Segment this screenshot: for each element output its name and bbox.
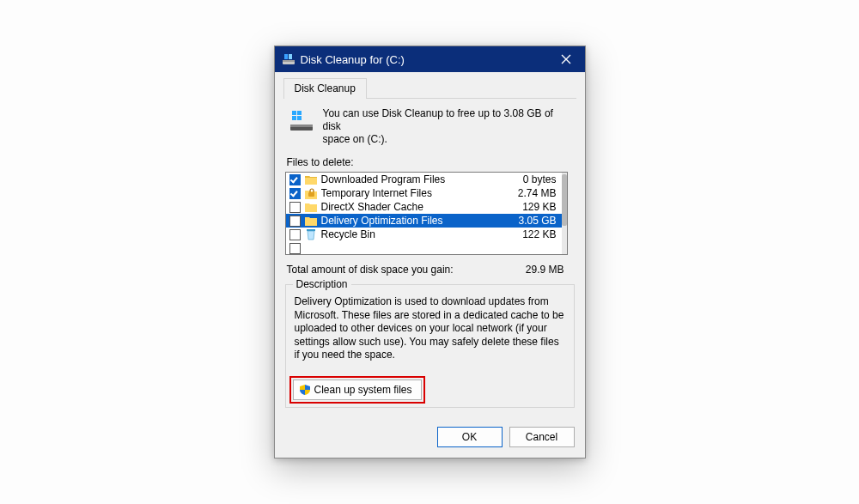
files-to-delete-label: Files to delete:	[283, 155, 576, 170]
list-item[interactable]: Temporary Internet Files 2.74 MB	[286, 186, 562, 200]
checkbox[interactable]	[289, 243, 301, 254]
item-name: Recycle Bin	[321, 228, 520, 240]
total-value: 29.9 MB	[526, 264, 564, 276]
svg-rect-2	[284, 54, 288, 59]
svg-rect-6	[292, 111, 296, 115]
item-name: Temporary Internet Files	[321, 187, 515, 199]
checkbox[interactable]	[289, 174, 301, 185]
svg-rect-10	[308, 192, 314, 197]
cleanup-system-files-button[interactable]: Clean up system files	[293, 380, 422, 400]
scrollbar[interactable]	[562, 173, 567, 254]
description-text: Delivery Optimization is used to downloa…	[295, 295, 565, 362]
sys-button-label: Clean up system files	[314, 384, 412, 396]
summary-text: You can use Disk Cleanup to free up to 3…	[283, 106, 576, 155]
blurb-line1: You can use Disk Cleanup to free up to 3…	[323, 107, 553, 132]
svg-rect-1	[283, 60, 295, 62]
folder-icon	[304, 200, 318, 214]
scroll-thumb[interactable]	[562, 174, 567, 226]
disk-cleanup-dialog: Disk Cleanup for (C:) Disk Cleanup You	[274, 46, 586, 458]
dialog-body: Disk Cleanup You can use Disk Cleanup to…	[275, 72, 585, 418]
item-size: 129 KB	[522, 201, 557, 213]
drive-icon	[287, 107, 316, 146]
svg-rect-5	[290, 124, 313, 127]
item-name: Downloaded Program Files	[321, 173, 520, 185]
folder-icon	[304, 173, 318, 186]
disk-cleanup-icon	[282, 52, 295, 66]
checkbox[interactable]	[289, 188, 301, 199]
total-label: Total amount of disk space you gain:	[287, 264, 526, 276]
recycle-bin-icon	[304, 228, 318, 241]
description-group: Description Delivery Optimization is use…	[285, 284, 575, 408]
checkbox[interactable]	[289, 202, 301, 213]
svg-rect-7	[297, 111, 302, 115]
tab-strip: Disk Cleanup	[283, 77, 576, 99]
item-name: Delivery Optimization Files	[321, 215, 515, 227]
tab-disk-cleanup[interactable]: Disk Cleanup	[283, 78, 367, 99]
dialog-footer: OK Cancel	[275, 418, 585, 458]
folder-icon	[304, 214, 318, 228]
files-list[interactable]: Downloaded Program Files 0 bytes Tempora…	[285, 172, 568, 255]
svg-rect-11	[307, 229, 315, 231]
item-size: 2.74 MB	[518, 187, 558, 199]
group-title: Description	[293, 278, 351, 290]
checkbox[interactable]	[289, 229, 301, 240]
item-size: 0 bytes	[523, 173, 558, 185]
list-item[interactable]: Downloaded Program Files 0 bytes	[286, 173, 562, 186]
list-item[interactable]: DirectX Shader Cache 129 KB	[286, 200, 562, 214]
close-button[interactable]	[554, 50, 578, 69]
window-title: Disk Cleanup for (C:)	[301, 53, 554, 66]
lock-folder-icon	[304, 186, 318, 200]
list-item-selected[interactable]: Delivery Optimization Files 3.05 GB	[286, 214, 562, 228]
item-name: DirectX Shader Cache	[321, 201, 520, 213]
title-bar: Disk Cleanup for (C:)	[275, 46, 585, 72]
svg-rect-8	[292, 116, 296, 120]
svg-rect-9	[297, 116, 302, 120]
cancel-button[interactable]: Cancel	[509, 427, 575, 447]
list-item[interactable]	[286, 241, 562, 254]
item-size: 122 KB	[522, 228, 557, 240]
list-item[interactable]: Recycle Bin 122 KB	[286, 228, 562, 241]
item-size: 3.05 GB	[518, 215, 557, 227]
shield-icon	[299, 384, 311, 396]
svg-rect-3	[289, 54, 292, 59]
checkbox[interactable]	[289, 216, 301, 227]
ok-button[interactable]: OK	[437, 427, 503, 447]
blurb-line2: space on (C:).	[323, 133, 387, 145]
